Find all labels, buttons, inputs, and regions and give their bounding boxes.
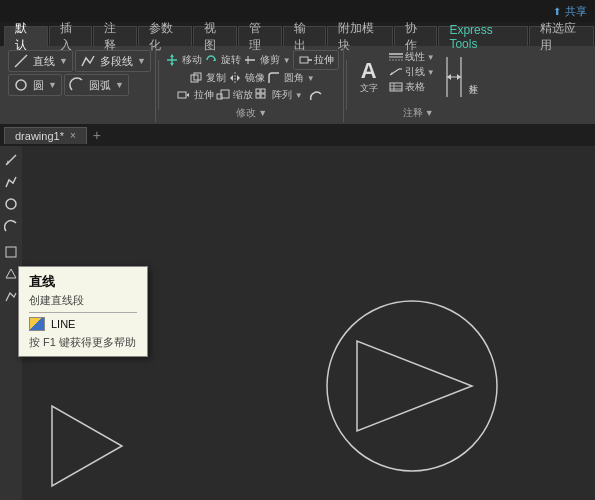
canvas-area[interactable]: [-][ 直线 [0, 146, 595, 500]
share-button[interactable]: 共享 [553, 4, 587, 19]
svg-marker-35 [447, 74, 451, 80]
svg-marker-2 [170, 54, 174, 57]
stretch-big-button[interactable]: 拉伸 [293, 50, 339, 70]
svg-line-0 [15, 55, 27, 67]
tab-insert[interactable]: 插入 [49, 26, 93, 46]
tooltip-line-row: LINE [29, 317, 137, 331]
drawing-tab-name: drawing1* [15, 130, 64, 142]
move-button[interactable]: 移动 [165, 53, 202, 67]
annotation-group: A 文字 线性 ▼ [349, 48, 488, 122]
left-tool-3[interactable] [1, 194, 21, 214]
annotation-label: 注释 ▼ [403, 106, 434, 120]
svg-marker-42 [52, 406, 122, 486]
rotate-icon [204, 53, 218, 67]
circle-dropdown[interactable]: ▼ [48, 80, 57, 90]
table-icon [389, 82, 403, 92]
modify-tools: 移动 旋转 修剪 ▼ 拉伸 [165, 50, 339, 104]
scale-button[interactable]: 缩放 [216, 88, 253, 102]
arc-icon [69, 77, 85, 93]
circle-tool-button[interactable]: 圆 ▼ [8, 74, 62, 96]
tab-addons[interactable]: 附加模块 [327, 26, 392, 46]
arc-dropdown[interactable]: ▼ [115, 80, 124, 90]
copy-button[interactable]: 复制 [189, 71, 226, 85]
draw-tools: 直线 ▼ 多段线 ▼ 圆 [8, 50, 151, 120]
svg-rect-7 [300, 57, 308, 63]
scale-icon [216, 88, 230, 102]
modify-row1: 移动 旋转 修剪 ▼ 拉伸 [165, 50, 339, 70]
left-tool-4[interactable] [1, 216, 21, 236]
close-tab-button[interactable]: × [70, 130, 76, 141]
pline-dropdown[interactable]: ▼ [137, 56, 146, 66]
dimension-col: 线性 ▼ 引线 ▼ [389, 50, 435, 104]
move-icon [165, 53, 179, 67]
ribbon-content: 直线 ▼ 多段线 ▼ 圆 [0, 46, 595, 124]
stretch-icon [298, 53, 312, 67]
text-a-icon: A [361, 60, 377, 82]
svg-point-1 [16, 80, 26, 90]
line-icon [13, 53, 29, 69]
rotate-button[interactable]: 旋转 [204, 53, 241, 67]
tooltip-popup: 直线 创建直线段 LINE 按 F1 键获得更多帮助 [18, 266, 148, 357]
annotation-tools: A 文字 线性 ▼ [353, 50, 484, 104]
line-tool-icon [29, 317, 45, 331]
draw-group: 直线 ▼ 多段线 ▼ 圆 [4, 48, 156, 122]
svg-marker-36 [457, 74, 461, 80]
svg-marker-12 [230, 75, 233, 81]
circle-icon [13, 77, 29, 93]
svg-marker-13 [237, 75, 240, 81]
tooltip-divider [29, 312, 137, 313]
stretch-small-button[interactable]: 拉伸 [177, 88, 214, 102]
arc-tool-button[interactable]: 圆弧 ▼ [64, 74, 129, 96]
svg-marker-44 [357, 341, 472, 431]
svg-rect-21 [261, 94, 265, 98]
tab-annotation[interactable]: 注释 [93, 26, 137, 46]
mirror-button[interactable]: 镜像 [228, 71, 265, 85]
dimension-icon [443, 53, 465, 101]
tab-bar: drawing1* × + [0, 124, 595, 146]
draw-row1: 直线 ▼ 多段线 ▼ [8, 50, 151, 72]
line-dropdown[interactable]: ▼ [59, 56, 68, 66]
drawing-tab[interactable]: drawing1* × [4, 127, 87, 144]
share-label: 共享 [565, 4, 587, 19]
tab-default[interactable]: 默认 [4, 26, 48, 46]
arc-modify-button[interactable] [305, 86, 327, 104]
svg-rect-18 [256, 89, 260, 93]
trim-icon [243, 53, 257, 67]
tooltip-line-label: LINE [51, 318, 75, 330]
line-tool-button[interactable]: 直线 ▼ [8, 50, 73, 72]
tooltip-subtitle: 创建直线段 [29, 293, 137, 308]
linestyle-button[interactable]: 线性 ▼ [389, 50, 435, 64]
pline-icon [80, 53, 96, 69]
tab-manage[interactable]: 管理 [238, 26, 282, 46]
表格-button[interactable]: 表格 [389, 80, 435, 94]
svg-rect-28 [390, 83, 402, 91]
tab-collab[interactable]: 协作 [394, 26, 438, 46]
trim-button[interactable]: 修剪 ▼ [243, 53, 291, 67]
tab-parametric[interactable]: 参数化 [138, 26, 193, 46]
modify-group: 移动 旋转 修剪 ▼ 拉伸 [161, 48, 344, 122]
tooltip-title: 直线 [29, 273, 137, 291]
left-tool-1[interactable] [1, 150, 21, 170]
array-icon [255, 88, 269, 102]
draw-row2: 圆 ▼ 圆弧 ▼ [8, 74, 129, 96]
pline-label: 多段线 [100, 54, 133, 69]
modify-row2: 复制 镜像 圆角 ▼ [189, 71, 315, 85]
tab-express[interactable]: Express Tools [438, 26, 527, 46]
dimension-button[interactable]: 标注 [439, 50, 484, 104]
ribbon-tabs: 默认 插入 注释 参数化 视图 管理 输出 附加模块 协作 Express To… [0, 22, 595, 46]
svg-point-39 [6, 199, 16, 209]
pline-tool-button[interactable]: 多段线 ▼ [75, 50, 151, 72]
arc-label: 圆弧 [89, 78, 111, 93]
text-tool-button[interactable]: A 文字 [353, 50, 385, 104]
tab-view[interactable]: 视图 [193, 26, 237, 46]
leader-icon [389, 67, 403, 77]
left-tool-2[interactable] [1, 172, 21, 192]
tab-output[interactable]: 输出 [283, 26, 327, 46]
add-tab-button[interactable]: + [87, 125, 107, 145]
linestyle-icon [389, 52, 403, 62]
left-tool-5[interactable] [1, 242, 21, 262]
tab-jingxuan[interactable]: 精选应用 [529, 26, 594, 46]
引线-button[interactable]: 引线 ▼ [389, 65, 435, 79]
fillet-button[interactable]: 圆角 ▼ [267, 71, 315, 85]
array-button[interactable]: 阵列 ▼ [255, 88, 303, 102]
